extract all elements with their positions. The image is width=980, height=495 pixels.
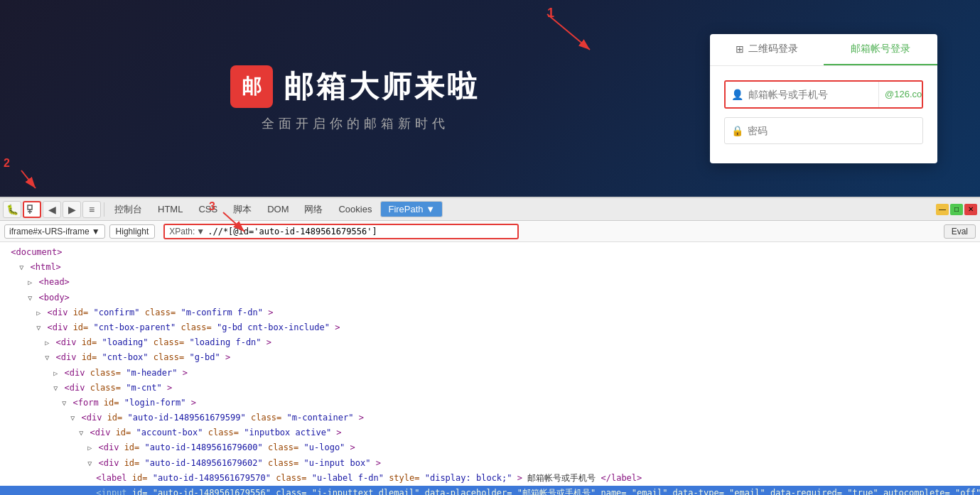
attr-value: "loading f-dn" [189, 337, 261, 347]
dom-line[interactable]: ▷ <div class= "m-header" > [0, 366, 980, 381]
attr-name: data-required= [770, 488, 842, 495]
dom-toggle[interactable]: ▽ [87, 459, 92, 467]
tag-text: <body> [39, 293, 70, 303]
dom-line[interactable]: ▽ <div class= "m-cnt" > [0, 381, 980, 396]
attr-name: data-type= [673, 488, 724, 495]
minimize-button[interactable]: — [936, 204, 949, 215]
window-controls: — □ ✕ [936, 204, 977, 215]
dom-toggle[interactable]: ▽ [62, 399, 66, 407]
dom-line[interactable]: ▷ <div id= "auto-id-1489561679600" class… [0, 440, 980, 455]
tab-script[interactable]: 脚本 [226, 201, 259, 218]
xpath-value[interactable]: .//*[@id='auto-id-1489561679556'] [208, 227, 377, 236]
tag-text: > [225, 352, 230, 362]
attr-value: "u-label f-dn" [312, 473, 384, 483]
xpath-dropdown-arrow[interactable]: ▼ [196, 227, 205, 236]
back-button[interactable]: ◀ [43, 201, 61, 218]
attr-value: "m-confirm f-dn" [181, 308, 263, 317]
dom-line[interactable]: ▷ <head> [0, 275, 980, 290]
bug-icon-button[interactable]: 🐛 [3, 201, 21, 218]
tag-text: <div [48, 308, 73, 317]
tab-network[interactable]: 网络 [297, 201, 330, 218]
dom-line-highlighted[interactable]: <input id= "auto-id-1489561679556" class… [0, 486, 980, 495]
attr-value: "u-logo" [304, 442, 345, 452]
dom-toggle[interactable]: ▷ [53, 369, 58, 377]
tab-dom[interactable]: DOM [260, 202, 296, 217]
tab-html[interactable]: HTML [151, 202, 190, 217]
dom-toggle[interactable]: ▷ [45, 339, 49, 347]
inspect-element-button[interactable] [23, 201, 41, 218]
close-button[interactable]: ✕ [964, 204, 977, 215]
tag-text: <div [56, 337, 82, 347]
dom-line[interactable]: ▽ <body> [0, 290, 980, 305]
dom-toggle[interactable]: ▽ [53, 384, 58, 392]
highlight-button[interactable]: Highlight [109, 224, 156, 239]
attr-value: "email" [729, 488, 765, 495]
dom-toggle[interactable]: ▽ [36, 324, 41, 332]
attr-name: class= [268, 442, 298, 452]
attr-value: "true" [847, 488, 878, 495]
login-form-panel: ⊞ 二维码登录 邮箱帐号登录 👤 @126.com [710, 34, 937, 163]
attr-value: "m-header" [126, 368, 177, 378]
tab-qr-login[interactable]: ⊞ 二维码登录 [710, 34, 824, 65]
tab-firepath-label: FirePath [388, 204, 423, 214]
forward-button[interactable]: ▶ [63, 201, 81, 218]
dom-toggle[interactable]: ▷ [28, 278, 32, 286]
dom-line[interactable]: ▷ <div id= "loading" class= "loading f-d… [0, 335, 980, 350]
dom-toggle[interactable]: ▽ [70, 414, 75, 422]
attr-value: "confirm" [94, 308, 140, 317]
dom-line[interactable]: ▽ <html> [0, 260, 980, 275]
dom-tree[interactable]: <document> ▽ <html> ▷ <head> ▽ <body> ▷ [0, 242, 980, 495]
dom-toggle[interactable]: ▽ [28, 294, 32, 302]
dom-toggle[interactable]: ▷ [36, 309, 41, 317]
eval-button[interactable]: Eval [944, 224, 976, 239]
devtools-panel: 🐛 ◀ ▶ ≡ 控制台 HTML CSS 脚本 DOM 网络 Cookies F… [0, 197, 980, 495]
dom-line[interactable]: ▷ <div id= "confirm" class= "m-confirm f… [0, 305, 980, 320]
dom-line[interactable]: ▽ <div id= "cnt-box-parent" class= "g-bd… [0, 320, 980, 335]
password-input[interactable] [724, 117, 923, 144]
menu-button[interactable]: ≡ [82, 201, 101, 218]
attr-value: "m-cnt" [126, 383, 162, 393]
dom-line[interactable]: ▽ <div id= "cnt-box" class= "g-bd" > [0, 350, 980, 365]
attr-name: id= [104, 398, 119, 408]
dom-line[interactable]: <label id= "auto-id-1489561679570" class… [0, 471, 980, 486]
dom-line[interactable]: ▽ <form id= "login-form" > [0, 396, 980, 410]
tag-text: <div [99, 458, 124, 468]
tab-css[interactable]: CSS [191, 202, 225, 217]
tag-text: <div [90, 428, 116, 437]
attr-value: "cnt-box" [102, 352, 149, 362]
dom-toggle[interactable]: ▽ [79, 429, 83, 437]
tab-cookies[interactable]: Cookies [331, 202, 379, 217]
frame-selector-label: iframe#x-URS-iframe [9, 227, 90, 236]
tag-text: > [376, 458, 381, 468]
attr-value: "auto-id-1489561679599" [128, 413, 246, 423]
devtools-toolbar: 🐛 ◀ ▶ ≡ 控制台 HTML CSS 脚本 DOM 网络 Cookies F… [0, 198, 980, 221]
frame-selector[interactable]: iframe#x-URS-iframe ▼ [4, 224, 105, 239]
attr-name: class= [90, 383, 121, 393]
attr-name: class= [276, 488, 306, 495]
dom-toggle[interactable]: ▽ [45, 354, 49, 361]
xpath-label-text: XPath: [169, 227, 195, 236]
brand-icon: 邮 [230, 65, 273, 108]
attr-value: "cnt-box-parent" [94, 322, 176, 332]
tag-text: <html> [31, 262, 61, 272]
dom-line[interactable]: ▽ <div id= "account-box" class= "inputbo… [0, 425, 980, 440]
dom-line[interactable]: <document> [0, 245, 980, 260]
login-form-body: 👤 @126.com 🔒 [710, 66, 937, 163]
dom-toggle[interactable]: ▷ [87, 444, 92, 452]
tab-console[interactable]: 控制台 [107, 201, 149, 218]
attr-name: class= [251, 413, 281, 423]
tab-firepath[interactable]: FirePath ▼ [380, 201, 443, 217]
attr-value: "m-container" [287, 413, 354, 423]
tab-email-login[interactable]: 邮箱帐号登录 [824, 34, 937, 65]
dom-line[interactable]: ▽ <div id= "auto-id-1489561679602" class… [0, 456, 980, 471]
dom-toggle[interactable]: ▽ [19, 263, 23, 271]
qr-icon: ⊞ [736, 43, 744, 55]
lock-icon: 🔒 [731, 125, 743, 136]
svg-rect-5 [28, 205, 32, 210]
attr-value: "auto-id-1489561679556" [153, 488, 271, 495]
email-input[interactable] [726, 82, 878, 107]
frame-selector-arrow: ▼ [92, 227, 100, 236]
dom-line[interactable]: ▽ <div id= "auto-id-1489561679599" class… [0, 410, 980, 425]
maximize-button[interactable]: □ [950, 204, 963, 215]
tag-text: <head> [39, 277, 70, 287]
